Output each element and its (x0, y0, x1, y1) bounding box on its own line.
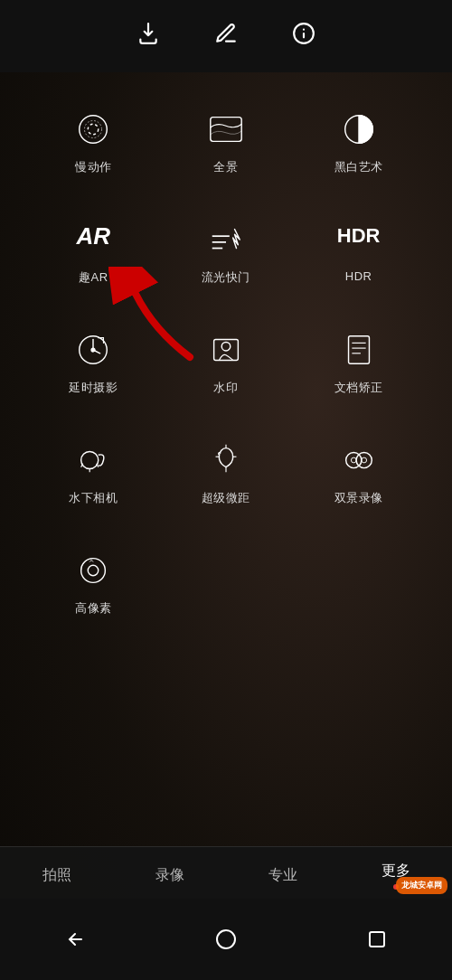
underwater-label: 水下相机 (69, 490, 118, 506)
modes-area: 慢动作 全景 (0, 72, 452, 651)
mode-super-macro[interactable]: 超级微距 (160, 421, 293, 523)
mode-panorama[interactable]: 全景 (160, 90, 293, 192)
high-pixel-label: 高像素 (75, 600, 112, 617)
tab-video[interactable]: 录像 (137, 866, 202, 885)
top-bar (0, 0, 452, 72)
mode-hdr[interactable]: HDR HDR (292, 201, 425, 302)
svg-point-32 (217, 930, 235, 948)
tab-photo[interactable]: 拍照 (24, 866, 89, 885)
doc-correct-label: 文档矫正 (334, 380, 383, 396)
svg-point-30 (89, 565, 99, 575)
ar-label: 趣AR (79, 269, 108, 286)
svg-point-4 (89, 124, 99, 134)
download-icon[interactable] (137, 22, 160, 51)
watermark-label: 水印 (213, 380, 238, 396)
mode-watermark[interactable]: 水印 (160, 311, 293, 412)
hdr-label: HDR (345, 269, 372, 283)
svg-point-27 (351, 457, 356, 463)
svg-point-26 (356, 452, 372, 467)
mode-bw-art[interactable]: 黑白艺术 (292, 90, 425, 192)
svg-point-28 (362, 457, 367, 463)
time-lapse-label: 延时摄影 (69, 380, 118, 396)
bottom-tabs: 拍照 录像 专业 更多 (0, 846, 452, 899)
mode-dual-view[interactable]: 双景录像 (292, 421, 425, 523)
edit-icon[interactable] (214, 22, 238, 51)
info-icon[interactable] (292, 22, 315, 51)
light-flow-label: 流光快门 (202, 269, 250, 286)
mode-ar[interactable]: AR 趣AR (27, 201, 160, 302)
nav-home-button[interactable] (215, 928, 237, 950)
svg-point-5 (85, 120, 102, 137)
nav-recent-button[interactable] (366, 928, 388, 950)
tab-video-label: 录像 (155, 866, 184, 885)
mode-underwater[interactable]: 水下相机 (27, 421, 160, 523)
panorama-label: 全景 (213, 159, 238, 175)
mode-high-pixel[interactable]: 高像素 (27, 532, 160, 633)
nav-bar (0, 899, 452, 980)
tab-pro-label: 专业 (268, 866, 297, 885)
modes-grid: 慢动作 全景 (27, 90, 425, 633)
mode-slow-motion[interactable]: 慢动作 (27, 90, 160, 192)
svg-rect-6 (211, 118, 241, 142)
tab-pro[interactable]: 专业 (250, 866, 315, 885)
svg-point-16 (221, 342, 231, 351)
mode-time-lapse[interactable]: 延时摄影 (27, 311, 160, 412)
svg-rect-17 (348, 336, 369, 364)
svg-point-3 (80, 116, 108, 144)
mode-doc-correct[interactable]: 文档矫正 (292, 311, 425, 412)
tab-photo-label: 拍照 (42, 866, 71, 885)
mode-light-flow[interactable]: 流光快门 (160, 201, 293, 302)
dual-view-label: 双景录像 (334, 490, 383, 506)
super-macro-label: 超级微距 (202, 490, 250, 506)
svg-point-21 (81, 451, 99, 468)
slow-motion-label: 慢动作 (75, 159, 112, 175)
nav-back-button[interactable] (64, 928, 86, 950)
bw-art-label: 黑白艺术 (334, 159, 383, 175)
watermark-text: 龙城安卓网 (401, 880, 442, 891)
watermark-badge: 龙城安卓网 (396, 877, 447, 894)
svg-rect-33 (370, 932, 384, 947)
